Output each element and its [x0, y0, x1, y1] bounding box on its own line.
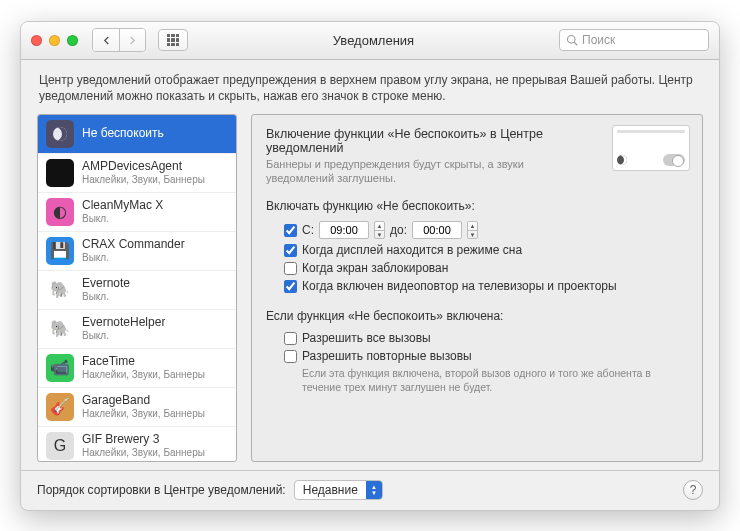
moon-icon: [617, 155, 627, 165]
sidebar-item-sublabel: Наклейки, Звуки, Баннеры: [82, 369, 205, 381]
app-icon: ◐: [46, 198, 74, 226]
page-description: Центр уведомлений отображает предупрежде…: [21, 60, 719, 114]
sidebar-item-label: GarageBand: [82, 394, 205, 408]
label-mirror: Когда включен видеоповтор на телевизоры …: [302, 279, 617, 293]
svg-point-0: [568, 36, 576, 44]
detail-panel: Включение функции «Не беспокоить» в Цент…: [251, 114, 703, 462]
close-button[interactable]: [31, 35, 42, 46]
content-area: Не беспокоитьAMPDevicesAgentНаклейки, Зв…: [21, 114, 719, 470]
sidebar-item[interactable]: GGIF Brewery 3Наклейки, Звуки, Баннеры: [38, 427, 236, 462]
forward-button[interactable]: [119, 29, 145, 51]
sidebar-item-sublabel: Выкл.: [82, 252, 185, 264]
sidebar-item[interactable]: 🎸GarageBandНаклейки, Звуки, Баннеры: [38, 388, 236, 427]
checkbox-sleep[interactable]: [284, 244, 297, 257]
label-allow-all: Разрешить все вызовы: [302, 331, 431, 345]
help-button[interactable]: ?: [683, 480, 703, 500]
opt-display-sleep: Когда дисплей находится в режиме сна: [266, 241, 688, 259]
app-icon: 🐘: [46, 276, 74, 304]
opt-time-range: С: ▲▼ до: ▲▼: [266, 219, 688, 241]
time-to-stepper[interactable]: ▲▼: [467, 221, 478, 239]
sidebar-item-sublabel: Выкл.: [82, 291, 130, 303]
sidebar-item[interactable]: AMPDevicesAgentНаклейки, Звуки, Баннеры: [38, 154, 236, 193]
app-icon: 📹: [46, 354, 74, 382]
back-button[interactable]: [93, 29, 119, 51]
show-all-button[interactable]: [158, 29, 188, 51]
app-icon: 🎸: [46, 393, 74, 421]
sidebar-item-sublabel: Наклейки, Звуки, Баннеры: [82, 408, 205, 420]
toggle-icon: [663, 154, 685, 166]
sidebar-item[interactable]: 🐘EvernoteHelperВыкл.: [38, 310, 236, 349]
sidebar-item-sublabel: Наклейки, Звуки, Баннеры: [82, 447, 205, 459]
grid-icon: [167, 34, 179, 46]
nav-buttons: [92, 28, 146, 52]
search-icon: [566, 34, 578, 46]
opt-screen-locked: Когда экран заблокирован: [266, 259, 688, 277]
sidebar-item-sublabel: Выкл.: [82, 330, 165, 342]
app-list[interactable]: Не беспокоитьAMPDevicesAgentНаклейки, Зв…: [37, 114, 237, 462]
opt-allow-all: Разрешить все вызовы: [266, 329, 688, 347]
detail-heading: Включение функции «Не беспокоить» в Цент…: [266, 127, 566, 155]
sidebar-item[interactable]: Не беспокоить: [38, 115, 236, 154]
sidebar-item-label: CRAX Commander: [82, 238, 185, 252]
sidebar-item-sublabel: Выкл.: [82, 213, 163, 225]
detail-subheading: Баннеры и предупреждения будут скрыты, а…: [266, 158, 586, 186]
checkbox-time[interactable]: [284, 224, 297, 237]
search-input[interactable]: Поиск: [559, 29, 709, 51]
sidebar-item-label: Evernote: [82, 277, 130, 291]
label-locked: Когда экран заблокирован: [302, 261, 448, 275]
time-from-input[interactable]: [319, 221, 369, 239]
minimize-button[interactable]: [49, 35, 60, 46]
app-icon: G: [46, 432, 74, 460]
checkbox-mirror[interactable]: [284, 280, 297, 293]
sidebar-item[interactable]: 🐘EvernoteВыкл.: [38, 271, 236, 310]
app-icon: 💾: [46, 237, 74, 265]
time-prefix: С:: [302, 223, 314, 237]
preview-thumbnail: [612, 125, 690, 171]
zoom-button[interactable]: [67, 35, 78, 46]
sidebar-item-label: AMPDevicesAgent: [82, 160, 205, 174]
window-controls: [31, 35, 78, 46]
titlebar: Уведомления Поиск: [21, 22, 719, 60]
time-mid: до:: [390, 223, 407, 237]
chevron-up-down-icon: ▲▼: [366, 481, 382, 499]
sidebar-item-label: FaceTime: [82, 355, 205, 369]
sort-order-label: Порядок сортировки в Центре уведомлений:: [37, 483, 286, 497]
preferences-window: Уведомления Поиск Центр уведомлений отоб…: [20, 21, 720, 511]
checkbox-allow-all[interactable]: [284, 332, 297, 345]
when-on-section-label: Если функция «Не беспокоить» включена:: [266, 309, 688, 323]
time-to-input[interactable]: [412, 221, 462, 239]
window-title: Уведомления: [196, 33, 551, 48]
sidebar-item-label: GIF Brewery 3: [82, 433, 205, 447]
sidebar-item-label: CleanMyMac X: [82, 199, 163, 213]
allow-repeat-hint: Если эта функция включена, второй вызов …: [266, 367, 688, 393]
app-icon: [46, 159, 74, 187]
opt-allow-repeat: Разрешить повторные вызовы: [266, 347, 688, 365]
sidebar-item-label: Не беспокоить: [82, 127, 164, 141]
opt-mirroring: Когда включен видеоповтор на телевизоры …: [266, 277, 688, 295]
sidebar-item-sublabel: Наклейки, Звуки, Баннеры: [82, 174, 205, 186]
sidebar-item[interactable]: 📹FaceTimeНаклейки, Звуки, Баннеры: [38, 349, 236, 388]
footer: Порядок сортировки в Центре уведомлений:…: [21, 470, 719, 510]
sort-order-select[interactable]: Недавние ▲▼: [294, 480, 383, 500]
enable-section-label: Включать функцию «Не беспокоить»:: [266, 199, 688, 213]
label-sleep: Когда дисплей находится в режиме сна: [302, 243, 522, 257]
checkbox-allow-repeat[interactable]: [284, 350, 297, 363]
app-icon: [46, 120, 74, 148]
checkbox-locked[interactable]: [284, 262, 297, 275]
time-from-stepper[interactable]: ▲▼: [374, 221, 385, 239]
sidebar-item-label: EvernoteHelper: [82, 316, 165, 330]
label-allow-repeat: Разрешить повторные вызовы: [302, 349, 472, 363]
svg-line-1: [574, 42, 577, 45]
app-icon: 🐘: [46, 315, 74, 343]
sidebar-item[interactable]: 💾CRAX CommanderВыкл.: [38, 232, 236, 271]
sidebar-item[interactable]: ◐CleanMyMac XВыкл.: [38, 193, 236, 232]
search-placeholder: Поиск: [582, 33, 615, 47]
sort-order-value: Недавние: [303, 483, 366, 497]
